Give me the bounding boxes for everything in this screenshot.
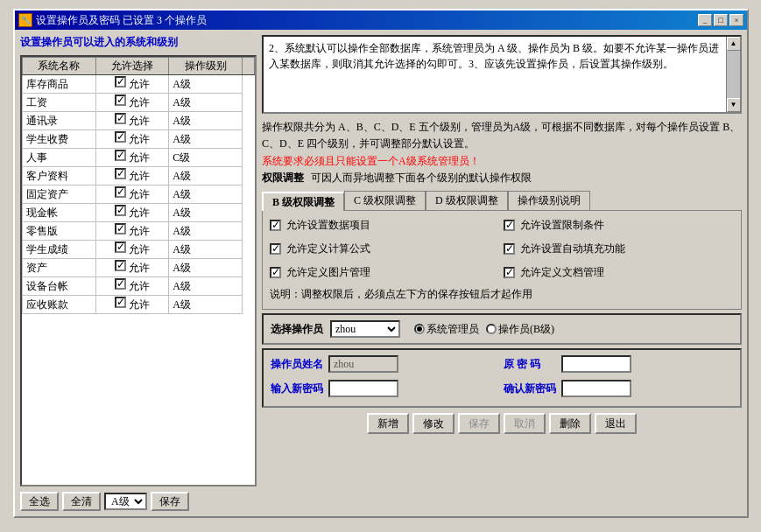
table-row[interactable]: 设备台帐 允许A级: [23, 277, 255, 296]
cell-level: A级: [169, 130, 243, 149]
table-row[interactable]: 零售版 允许A级: [23, 222, 255, 241]
minimize-button[interactable]: _: [698, 14, 712, 26]
new-pwd-input[interactable]: [328, 380, 398, 397]
radio-operator-btn[interactable]: [486, 324, 497, 334]
checkbox-item-2: 允许定义计算公式: [270, 242, 500, 256]
row-checkbox-6[interactable]: [115, 186, 126, 198]
radio-admin-btn[interactable]: [414, 324, 425, 334]
row-checkbox-11[interactable]: [115, 278, 126, 290]
row-checkbox-0[interactable]: [115, 76, 126, 88]
form-row-confirm-pwd: 确认新密码: [504, 380, 733, 397]
cancel-button[interactable]: 取消: [504, 413, 546, 434]
checkbox-4[interactable]: [270, 267, 281, 278]
add-button[interactable]: 新增: [367, 413, 409, 434]
action-bar: 新增 修改 保存 取消 删除 退出: [262, 413, 742, 434]
operator-form: 操作员姓名 原 密 码 输入新密码 确认新密码: [262, 348, 742, 408]
row-checkbox-12[interactable]: [115, 297, 126, 308]
row-checkbox-3[interactable]: [115, 131, 126, 143]
level-select[interactable]: A级 B级 C级: [104, 493, 147, 510]
checkbox-item-1: 允许设置限制条件: [504, 218, 734, 233]
title-bar-left: 🔧 设置操作员及密码 已设置 3 个操作员: [18, 13, 207, 28]
row-checkbox-10[interactable]: [115, 260, 126, 271]
checkbox-label-1: 允许设置限制条件: [520, 218, 604, 233]
radio-admin[interactable]: 系统管理员: [414, 322, 479, 337]
info-box: 2、系统默认可以操作全部数据库，系统管理员为 A 级、操作员为 B 级。如要不允…: [262, 35, 742, 114]
new-pwd-label: 输入新密码: [271, 382, 323, 396]
note-text: 说明：调整权限后，必须点左下方的保存按钮后才起作用: [270, 287, 734, 302]
row-checkbox-7[interactable]: [115, 205, 126, 216]
maximize-button[interactable]: □: [714, 14, 728, 26]
checkbox-label-3: 允许设置自动填充功能: [520, 242, 625, 256]
cell-allow: 允许: [95, 259, 169, 277]
scroll-up-btn[interactable]: ▲: [727, 37, 741, 51]
checkbox-label-5: 允许定义文档管理: [520, 265, 604, 280]
table-row[interactable]: 学生收费 允许A级: [23, 130, 255, 149]
table-row[interactable]: 库存商品 允许A级: [23, 75, 255, 94]
left-panel: 设置操作员可以进入的系统和级别 系统名称 允许选择 操作级别 库存商品 允许A级…: [20, 35, 257, 511]
modify-button[interactable]: 修改: [412, 413, 454, 434]
cell-name: 设备台帐: [23, 277, 96, 296]
tabs-section: B 级权限调整 C 级权限调整 D 级权限调整 操作级别说明 允许设置数据项目 …: [262, 191, 742, 310]
table-row[interactable]: 人事 允许C级: [23, 149, 255, 167]
cell-allow: 允许: [95, 167, 169, 186]
checkbox-item-0: 允许设置数据项目: [270, 218, 500, 233]
cell-allow: 允许: [95, 75, 169, 94]
delete-button[interactable]: 删除: [549, 413, 591, 434]
checkbox-5[interactable]: [504, 267, 515, 278]
warning-text: 系统要求必须且只能设置一个A级系统管理员！: [262, 154, 742, 169]
checkbox-label-4: 允许定义图片管理: [286, 265, 370, 280]
table-row[interactable]: 现金帐 允许A级: [23, 204, 255, 222]
bottom-bar: 全选 全清 A级 B级 C级 保存: [20, 492, 257, 511]
name-input[interactable]: [328, 355, 398, 373]
checkbox-0[interactable]: [270, 220, 281, 231]
exit-button[interactable]: 退出: [595, 413, 637, 434]
clear-all-button[interactable]: 全清: [62, 492, 101, 511]
col-header-scroll: [243, 58, 255, 75]
permission-section: 操作权限共分为 A、B、C、D、E 五个级别，管理员为A级，可根据不同数据库，对…: [262, 117, 742, 187]
tab-b-level[interactable]: B 级权限调整: [262, 192, 344, 211]
scroll-down-btn[interactable]: ▼: [727, 98, 741, 112]
checkbox-item-4: 允许定义图片管理: [270, 265, 500, 280]
permission-title-row: 权限调整 可因人而异地调整下面各个级别的默认操作权限: [262, 171, 742, 186]
cell-allow: 允许: [95, 277, 169, 296]
radio-group: 系统管理员 操作员(B级): [414, 322, 554, 337]
select-all-button[interactable]: 全选: [20, 492, 59, 511]
tab-d-level[interactable]: D 级权限调整: [426, 191, 508, 210]
table-row[interactable]: 资产 允许A级: [23, 259, 255, 277]
operator-select[interactable]: zhou admin user1: [330, 320, 400, 338]
info-text1: 2、系统默认可以操作全部数据库，系统管理员为 A 级、操作员为 B 级。如要不允…: [269, 42, 719, 70]
row-checkbox-4[interactable]: [115, 150, 126, 161]
table-row[interactable]: 应收账款 允许A级: [23, 296, 255, 314]
cell-name: 固定资产: [23, 186, 96, 204]
close-button[interactable]: ×: [729, 14, 743, 26]
tab-c-level[interactable]: C 级权限调整: [344, 191, 426, 210]
row-checkbox-2[interactable]: [115, 113, 126, 124]
row-checkbox-9[interactable]: [115, 242, 126, 253]
table-row[interactable]: 固定资产 允许A级: [23, 186, 255, 204]
system-table: 系统名称 允许选择 操作级别 库存商品 允许A级工资 允许A级通讯录 允许A级学…: [22, 57, 255, 314]
cell-name: 资产: [23, 259, 96, 277]
table-row[interactable]: 客户资料 允许A级: [23, 167, 255, 186]
row-checkbox-5[interactable]: [115, 168, 126, 179]
row-checkbox-1[interactable]: [115, 94, 126, 106]
old-pwd-input[interactable]: [561, 355, 631, 373]
checkbox-3[interactable]: [504, 243, 515, 255]
row-checkbox-8[interactable]: [115, 223, 126, 234]
form-row-name: 操作员姓名: [271, 355, 500, 373]
col-header-allow: 允许选择: [95, 58, 169, 75]
table-row[interactable]: 通讯录 允许A级: [23, 112, 255, 130]
table-row[interactable]: 工资 允许A级: [23, 94, 255, 112]
table-row[interactable]: 学生成绩 允许A级: [23, 241, 255, 259]
tab-level-desc[interactable]: 操作级别说明: [508, 191, 590, 210]
radio-operator-label: 操作员(B级): [498, 322, 554, 337]
save-button-left[interactable]: 保存: [151, 492, 189, 511]
cell-allow: 允许: [95, 222, 169, 241]
checkbox-2[interactable]: [270, 243, 281, 255]
cell-allow: 允许: [95, 112, 169, 130]
save-button-right[interactable]: 保存: [458, 413, 500, 434]
radio-operator[interactable]: 操作员(B级): [486, 322, 554, 337]
cell-name: 零售版: [23, 222, 96, 241]
confirm-pwd-input[interactable]: [561, 380, 631, 397]
cell-allow: 允许: [95, 186, 169, 204]
checkbox-1[interactable]: [504, 220, 515, 231]
